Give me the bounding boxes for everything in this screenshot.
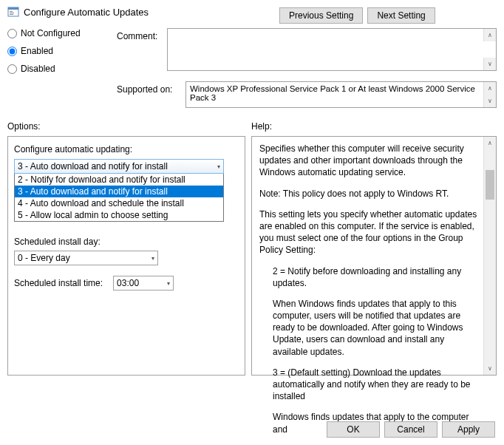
scroll-down-icon[interactable]: ∨ bbox=[484, 362, 496, 375]
configure-updating-dropdown[interactable]: 3 - Auto download and notify for install… bbox=[14, 159, 224, 222]
options-panel: Configure automatic updating: 3 - Auto d… bbox=[7, 136, 245, 376]
supported-on-label: Supported on: bbox=[117, 81, 180, 95]
dropdown-option[interactable]: 4 - Auto download and schedule the insta… bbox=[15, 197, 223, 209]
scrollbar-thumb[interactable] bbox=[486, 170, 494, 200]
radio-disabled-input[interactable] bbox=[7, 64, 17, 74]
dropdown-selected-value[interactable]: 3 - Auto download and notify for install… bbox=[14, 159, 224, 174]
chevron-down-icon: ▾ bbox=[151, 255, 154, 262]
scheduled-day-select[interactable]: 0 - Every day ▾ bbox=[14, 251, 158, 265]
policy-icon bbox=[7, 6, 19, 18]
dropdown-option-list: 2 - Notify for download and notify for i… bbox=[14, 174, 224, 222]
scroll-down-icon[interactable]: ∨ bbox=[483, 58, 496, 70]
comment-label: Comment: bbox=[117, 28, 161, 41]
cancel-button[interactable]: Cancel bbox=[384, 421, 437, 438]
dropdown-option[interactable]: 5 - Allow local admin to choose setting bbox=[15, 209, 223, 221]
radio-disabled-label: Disabled bbox=[21, 64, 55, 74]
radio-not-configured[interactable]: Not Configured bbox=[7, 28, 117, 38]
radio-not-configured-label: Not Configured bbox=[21, 28, 81, 38]
comment-textarea[interactable]: ∧ ∨ bbox=[167, 28, 497, 71]
window-title: Configure Automatic Updates bbox=[24, 7, 149, 18]
apply-button[interactable]: Apply bbox=[442, 421, 495, 438]
supported-on-value: Windows XP Professional Service Pack 1 o… bbox=[186, 82, 496, 104]
scheduled-time-select[interactable]: 03:00 ▾ bbox=[113, 276, 174, 291]
radio-disabled[interactable]: Disabled bbox=[7, 64, 117, 74]
help-text: Specifies whether this computer will rec… bbox=[252, 137, 496, 445]
radio-enabled-label: Enabled bbox=[21, 46, 53, 56]
radio-enabled-input[interactable] bbox=[7, 47, 17, 56]
scroll-up-icon[interactable]: ∧ bbox=[483, 29, 496, 41]
chevron-down-icon: ▾ bbox=[167, 280, 170, 287]
scheduled-time-label: Scheduled install time: bbox=[14, 278, 103, 288]
scroll-up-icon[interactable]: ∧ bbox=[484, 137, 496, 149]
previous-setting-button[interactable]: Previous Setting bbox=[279, 7, 363, 24]
svg-rect-1 bbox=[8, 7, 18, 10]
radio-not-configured-input[interactable] bbox=[7, 29, 17, 38]
radio-enabled[interactable]: Enabled bbox=[7, 46, 117, 56]
chevron-down-icon: ▾ bbox=[217, 163, 220, 170]
svg-rect-4 bbox=[10, 14, 13, 15]
ok-button[interactable]: OK bbox=[327, 421, 380, 438]
dropdown-option[interactable]: 3 - Auto download and notify for install bbox=[15, 186, 223, 197]
help-panel: Specifies whether this computer will rec… bbox=[251, 136, 497, 376]
options-section-label: Options: bbox=[7, 121, 251, 132]
help-scrollbar[interactable]: ∧ ∨ bbox=[483, 137, 496, 375]
configure-updating-label: Configure automatic updating: bbox=[14, 144, 239, 154]
scheduled-day-label: Scheduled install day: bbox=[14, 237, 239, 247]
svg-rect-3 bbox=[10, 13, 14, 13]
help-section-label: Help: bbox=[251, 121, 497, 132]
next-setting-button[interactable]: Next Setting bbox=[367, 7, 435, 24]
supported-on-textarea[interactable]: Windows XP Professional Service Pack 1 o… bbox=[185, 81, 497, 108]
svg-rect-2 bbox=[10, 11, 13, 12]
dropdown-option[interactable]: 2 - Notify for download and notify for i… bbox=[15, 174, 223, 186]
scroll-down-icon[interactable]: ∨ bbox=[483, 95, 496, 107]
scroll-up-icon[interactable]: ∧ bbox=[483, 82, 496, 95]
